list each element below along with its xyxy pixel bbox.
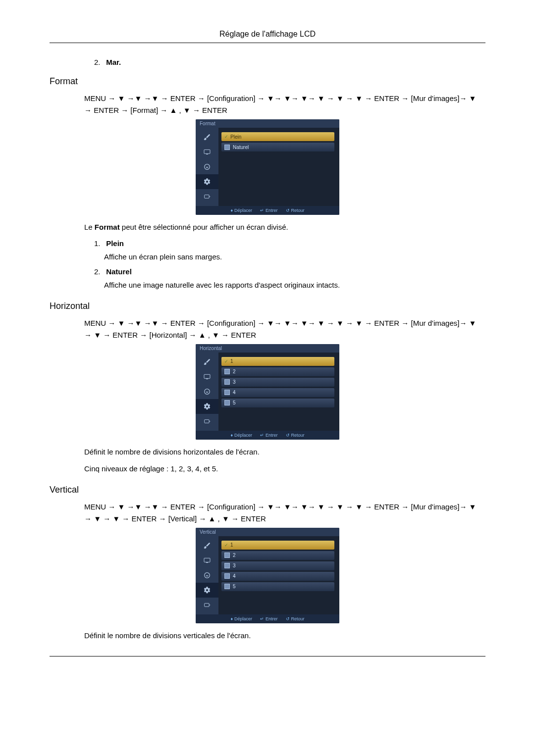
brush-icon <box>196 538 218 553</box>
osd-option-label: 2 <box>233 369 236 374</box>
list-label: Mar. <box>106 58 121 66</box>
screen-icon <box>196 553 218 568</box>
footer-move: Déplacer <box>234 208 252 213</box>
osd-title: Horizontal <box>196 344 339 353</box>
osd-footer: ♦Déplacer ↵Entrer ↺Retour <box>196 431 339 440</box>
nav-path: MENU → ▼ →▼ →▼ → ENTER → [Configuration]… <box>84 317 485 341</box>
list-title: Plein <box>106 239 124 248</box>
osd-option-label: 4 <box>233 390 236 395</box>
osd-option-4: 4 <box>221 388 334 397</box>
osd-option-label: Plein <box>230 134 241 140</box>
osd-title: Vertical <box>196 528 339 536</box>
list-desc: Affiche un écran plein sans marges. <box>104 252 485 263</box>
footer-return: Retour <box>291 433 305 438</box>
svg-rect-4 <box>204 374 210 378</box>
osd-option-label: 5 <box>233 400 236 405</box>
input-icon <box>196 414 218 429</box>
nav-path: MENU → ▼ →▼ →▼ → ENTER → [Configuration]… <box>84 501 485 525</box>
osd-option-label: 4 <box>233 573 236 579</box>
circle-arrow-icon <box>196 568 218 583</box>
circle-arrow-icon <box>196 384 218 399</box>
page-header: Réglage de l'affichage LCD <box>50 30 485 43</box>
osd-option-5: 5 <box>221 582 334 591</box>
osd-sidebar <box>196 128 218 206</box>
footer-move: Déplacer <box>234 616 252 621</box>
gear-icon <box>196 174 218 189</box>
osd-option-label: Naturel <box>233 145 249 150</box>
nav-path: MENU → ▼ →▼ →▼ → ENTER → [Configuration]… <box>84 93 485 116</box>
enter-icon: ↵ <box>260 616 264 621</box>
osd-title: Format <box>196 119 339 128</box>
osd-screenshot-vertical: Vertical ✓1 2 3 4 5 ♦Déplacer <box>50 528 485 623</box>
list-number: 2. <box>94 267 104 276</box>
brush-icon <box>196 354 218 369</box>
osd-menu-list: ✓1 2 3 4 5 <box>218 353 339 431</box>
return-icon: ↺ <box>286 208 290 213</box>
gear-icon <box>196 583 218 598</box>
osd-menu-list: ✓1 2 3 4 5 <box>218 536 339 614</box>
section-title-format: Format <box>50 76 485 87</box>
osd-screenshot-format: Format ✓Plein Naturel ♦Déplacer ↵Entrer … <box>50 119 485 215</box>
list-item: 2. Naturel <box>94 267 485 276</box>
svg-rect-0 <box>204 150 210 153</box>
osd-footer: ♦Déplacer ↵Entrer ↺Retour <box>196 614 339 623</box>
osd-option-naturel: Naturel <box>221 143 334 151</box>
osd-option-label: 1 <box>230 542 233 548</box>
return-icon: ↺ <box>286 433 290 438</box>
text: Le <box>84 223 95 231</box>
section-title-vertical: Vertical <box>50 485 485 495</box>
list-number: 2. <box>94 58 104 66</box>
footer-rule <box>50 656 485 656</box>
brush-icon <box>196 130 218 145</box>
svg-rect-8 <box>204 558 210 562</box>
list-item: 1. Plein <box>94 239 485 248</box>
osd-option-label: 5 <box>233 584 236 589</box>
list-number: 1. <box>94 239 104 248</box>
list-desc: Affiche une image naturelle avec les rap… <box>104 280 485 291</box>
text: peut être sélectionné pour afficher un é… <box>120 223 288 231</box>
osd-option-2: 2 <box>221 551 334 560</box>
osd-option-label: 3 <box>233 379 236 385</box>
osd-sidebar <box>196 353 218 431</box>
move-icon: ♦ <box>230 616 233 621</box>
list-item: 2. Mar. <box>94 58 485 66</box>
osd-sidebar <box>196 536 218 614</box>
osd-option-4: 4 <box>221 572 334 581</box>
svg-rect-3 <box>205 195 209 199</box>
enter-icon: ↵ <box>260 433 264 438</box>
osd-menu-list: ✓Plein Naturel <box>218 128 339 206</box>
section-title-horizontal: Horizontal <box>50 301 485 311</box>
screen-icon <box>196 145 218 159</box>
input-icon <box>196 189 218 204</box>
body-text: Cinq niveaux de réglage : 1, 2, 3, 4, et… <box>84 463 485 475</box>
osd-option-5: 5 <box>221 399 334 407</box>
footer-enter: Entrer <box>266 616 278 621</box>
osd-option-label: 2 <box>233 553 236 558</box>
footer-enter: Entrer <box>266 208 278 213</box>
move-icon: ♦ <box>230 433 233 438</box>
svg-rect-9 <box>206 562 208 563</box>
list-title: Naturel <box>106 267 132 276</box>
footer-return: Retour <box>291 208 305 213</box>
osd-option-plein: ✓Plein <box>221 132 334 141</box>
osd-option-label: 1 <box>230 358 233 364</box>
body-text: Le Format peut être sélectionné pour aff… <box>84 222 485 233</box>
body-text: Définit le nombre de divisions verticale… <box>84 630 485 642</box>
osd-option-label: 3 <box>233 563 236 568</box>
svg-rect-7 <box>205 419 209 423</box>
gear-icon <box>196 399 218 414</box>
svg-point-10 <box>205 572 210 578</box>
svg-point-6 <box>205 389 210 394</box>
osd-option-1: ✓1 <box>221 541 334 550</box>
enter-icon: ↵ <box>260 208 264 213</box>
input-icon <box>196 598 218 612</box>
document-page: Réglage de l'affichage LCD 2. Mar. Forma… <box>0 0 535 756</box>
osd-footer: ♦Déplacer ↵Entrer ↺Retour <box>196 206 339 215</box>
svg-point-2 <box>205 164 210 170</box>
svg-rect-5 <box>206 379 208 379</box>
osd-option-3: 3 <box>221 561 334 570</box>
move-icon: ♦ <box>230 208 233 213</box>
text-bold: Format <box>95 223 120 231</box>
body-text: Définit le nombre de divisions horizonta… <box>84 447 485 458</box>
osd-screenshot-horizontal: Horizontal ✓1 2 3 4 5 ♦Déplace <box>50 344 485 440</box>
